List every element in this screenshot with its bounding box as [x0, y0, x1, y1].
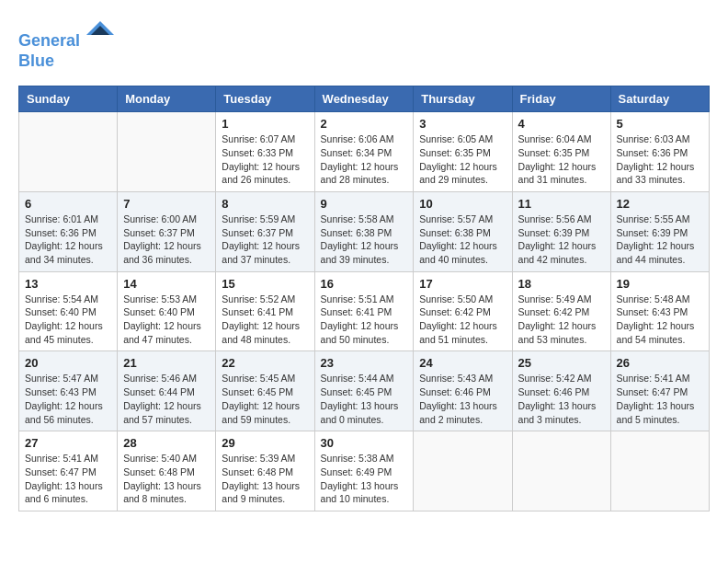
- day-info: Sunrise: 5:43 AM Sunset: 6:46 PM Dayligh…: [419, 372, 506, 426]
- calendar-header-row: SundayMondayTuesdayWednesdayThursdayFrid…: [19, 86, 710, 112]
- day-info: Sunrise: 5:58 AM Sunset: 6:38 PM Dayligh…: [321, 213, 408, 267]
- day-number: 5: [617, 117, 703, 131]
- calendar-cell: 20Sunrise: 5:47 AM Sunset: 6:43 PM Dayli…: [19, 351, 118, 431]
- calendar-week-row: 1Sunrise: 6:07 AM Sunset: 6:33 PM Daylig…: [19, 112, 710, 192]
- day-info: Sunrise: 5:56 AM Sunset: 6:39 PM Dayligh…: [518, 213, 605, 267]
- day-number: 30: [321, 436, 408, 450]
- day-info: Sunrise: 6:04 AM Sunset: 6:35 PM Dayligh…: [518, 132, 605, 187]
- calendar-cell: 23Sunrise: 5:44 AM Sunset: 6:45 PM Dayli…: [314, 351, 414, 431]
- day-number: 2: [321, 117, 408, 131]
- day-number: 20: [25, 356, 111, 370]
- day-info: Sunrise: 5:40 AM Sunset: 6:48 PM Dayligh…: [123, 452, 210, 506]
- day-info: Sunrise: 5:39 AM Sunset: 6:48 PM Dayligh…: [222, 452, 308, 506]
- day-number: 7: [123, 197, 210, 211]
- day-number: 25: [518, 356, 605, 370]
- calendar-cell: 2Sunrise: 6:06 AM Sunset: 6:34 PM Daylig…: [314, 112, 414, 192]
- calendar-cell: 8Sunrise: 5:59 AM Sunset: 6:37 PM Daylig…: [216, 191, 314, 271]
- calendar-cell: 18Sunrise: 5:49 AM Sunset: 6:42 PM Dayli…: [512, 271, 610, 351]
- day-number: 8: [222, 197, 308, 211]
- calendar-cell: 7Sunrise: 6:00 AM Sunset: 6:37 PM Daylig…: [118, 191, 216, 271]
- day-number: 14: [123, 277, 210, 291]
- day-number: 28: [123, 436, 210, 450]
- day-info: Sunrise: 5:59 AM Sunset: 6:37 PM Dayligh…: [222, 213, 308, 267]
- day-info: Sunrise: 6:06 AM Sunset: 6:34 PM Dayligh…: [321, 132, 408, 187]
- day-info: Sunrise: 6:05 AM Sunset: 6:35 PM Dayligh…: [419, 132, 506, 187]
- day-of-week-header: Sunday: [19, 86, 118, 112]
- calendar-cell: 16Sunrise: 5:51 AM Sunset: 6:41 PM Dayli…: [314, 271, 414, 351]
- day-info: Sunrise: 6:03 AM Sunset: 6:36 PM Dayligh…: [617, 132, 703, 187]
- calendar-week-row: 20Sunrise: 5:47 AM Sunset: 6:43 PM Dayli…: [19, 351, 710, 431]
- day-info: Sunrise: 5:49 AM Sunset: 6:42 PM Dayligh…: [518, 293, 605, 347]
- calendar-cell: 12Sunrise: 5:55 AM Sunset: 6:39 PM Dayli…: [610, 191, 709, 271]
- day-number: 10: [419, 197, 506, 211]
- calendar-cell: 28Sunrise: 5:40 AM Sunset: 6:48 PM Dayli…: [118, 431, 216, 511]
- day-number: 6: [25, 197, 111, 211]
- day-number: 17: [419, 277, 506, 291]
- calendar-cell: 11Sunrise: 5:56 AM Sunset: 6:39 PM Dayli…: [512, 191, 610, 271]
- day-info: Sunrise: 5:48 AM Sunset: 6:43 PM Dayligh…: [617, 293, 703, 347]
- calendar-cell: [512, 431, 610, 511]
- logo-general: General: [18, 31, 80, 50]
- calendar-cell: 22Sunrise: 5:45 AM Sunset: 6:45 PM Dayli…: [216, 351, 314, 431]
- calendar-cell: 4Sunrise: 6:04 AM Sunset: 6:35 PM Daylig…: [512, 112, 610, 192]
- day-number: 23: [321, 356, 408, 370]
- calendar-cell: 19Sunrise: 5:48 AM Sunset: 6:43 PM Dayli…: [610, 271, 709, 351]
- day-info: Sunrise: 5:52 AM Sunset: 6:41 PM Dayligh…: [222, 293, 308, 347]
- day-of-week-header: Wednesday: [314, 86, 414, 112]
- day-info: Sunrise: 5:46 AM Sunset: 6:44 PM Dayligh…: [123, 372, 210, 426]
- day-info: Sunrise: 5:44 AM Sunset: 6:45 PM Dayligh…: [321, 372, 408, 426]
- day-number: 9: [321, 197, 408, 211]
- day-of-week-header: Monday: [118, 86, 216, 112]
- calendar-cell: 21Sunrise: 5:46 AM Sunset: 6:44 PM Dayli…: [118, 351, 216, 431]
- day-number: 1: [222, 117, 308, 131]
- day-info: Sunrise: 5:42 AM Sunset: 6:46 PM Dayligh…: [518, 372, 605, 426]
- day-info: Sunrise: 5:50 AM Sunset: 6:42 PM Dayligh…: [419, 293, 506, 347]
- day-info: Sunrise: 5:41 AM Sunset: 6:47 PM Dayligh…: [617, 372, 703, 426]
- day-info: Sunrise: 5:53 AM Sunset: 6:40 PM Dayligh…: [123, 293, 210, 347]
- day-number: 3: [419, 117, 506, 131]
- day-of-week-header: Thursday: [414, 86, 512, 112]
- calendar-cell: 24Sunrise: 5:43 AM Sunset: 6:46 PM Dayli…: [414, 351, 512, 431]
- calendar-cell: 1Sunrise: 6:07 AM Sunset: 6:33 PM Daylig…: [216, 112, 314, 192]
- calendar-week-row: 6Sunrise: 6:01 AM Sunset: 6:36 PM Daylig…: [19, 191, 710, 271]
- logo-blue: Blue: [18, 52, 54, 70]
- calendar-cell: 15Sunrise: 5:52 AM Sunset: 6:41 PM Dayli…: [216, 271, 314, 351]
- calendar-cell: 13Sunrise: 5:54 AM Sunset: 6:40 PM Dayli…: [19, 271, 118, 351]
- day-number: 26: [617, 356, 703, 370]
- day-info: Sunrise: 5:38 AM Sunset: 6:49 PM Dayligh…: [321, 452, 408, 506]
- day-number: 11: [518, 197, 605, 211]
- calendar-week-row: 13Sunrise: 5:54 AM Sunset: 6:40 PM Dayli…: [19, 271, 710, 351]
- day-info: Sunrise: 5:51 AM Sunset: 6:41 PM Dayligh…: [321, 293, 408, 347]
- day-number: 29: [222, 436, 308, 450]
- calendar-cell: [19, 112, 118, 192]
- day-of-week-header: Saturday: [610, 86, 709, 112]
- calendar-week-row: 27Sunrise: 5:41 AM Sunset: 6:47 PM Dayli…: [19, 431, 710, 511]
- day-number: 18: [518, 277, 605, 291]
- page-header: General Blue: [18, 18, 710, 71]
- day-number: 24: [419, 356, 506, 370]
- day-number: 19: [617, 277, 703, 291]
- day-info: Sunrise: 6:00 AM Sunset: 6:37 PM Dayligh…: [123, 213, 210, 267]
- day-info: Sunrise: 5:55 AM Sunset: 6:39 PM Dayligh…: [617, 213, 703, 267]
- day-of-week-header: Friday: [512, 86, 610, 112]
- day-number: 4: [518, 117, 605, 131]
- calendar-cell: 5Sunrise: 6:03 AM Sunset: 6:36 PM Daylig…: [610, 112, 709, 192]
- calendar-table: SundayMondayTuesdayWednesdayThursdayFrid…: [18, 86, 710, 511]
- day-info: Sunrise: 6:01 AM Sunset: 6:36 PM Dayligh…: [25, 213, 111, 267]
- day-number: 21: [123, 356, 210, 370]
- calendar-cell: 29Sunrise: 5:39 AM Sunset: 6:48 PM Dayli…: [216, 431, 314, 511]
- day-number: 22: [222, 356, 308, 370]
- day-number: 15: [222, 277, 308, 291]
- calendar-cell: 25Sunrise: 5:42 AM Sunset: 6:46 PM Dayli…: [512, 351, 610, 431]
- day-info: Sunrise: 5:41 AM Sunset: 6:47 PM Dayligh…: [25, 452, 111, 506]
- day-number: 27: [25, 436, 111, 450]
- calendar-cell: 9Sunrise: 5:58 AM Sunset: 6:38 PM Daylig…: [314, 191, 414, 271]
- day-info: Sunrise: 6:07 AM Sunset: 6:33 PM Dayligh…: [222, 132, 308, 187]
- logo: General Blue: [18, 18, 114, 71]
- calendar-cell: 14Sunrise: 5:53 AM Sunset: 6:40 PM Dayli…: [118, 271, 216, 351]
- calendar-cell: 6Sunrise: 6:01 AM Sunset: 6:36 PM Daylig…: [19, 191, 118, 271]
- day-info: Sunrise: 5:47 AM Sunset: 6:43 PM Dayligh…: [25, 372, 111, 426]
- calendar-cell: 10Sunrise: 5:57 AM Sunset: 6:38 PM Dayli…: [414, 191, 512, 271]
- day-info: Sunrise: 5:54 AM Sunset: 6:40 PM Dayligh…: [25, 293, 111, 347]
- day-info: Sunrise: 5:45 AM Sunset: 6:45 PM Dayligh…: [222, 372, 308, 426]
